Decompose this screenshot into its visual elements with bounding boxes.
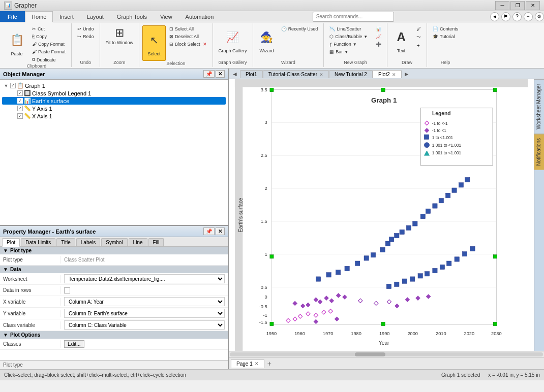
close-button[interactable]: ✕ xyxy=(526,1,540,10)
tab-fill[interactable]: Fill xyxy=(148,238,164,246)
class-bubble-button[interactable]: ⬡ Class/Bubble ▼ xyxy=(327,33,370,40)
tutorial-button[interactable]: 🎓 Tutorial xyxy=(430,33,461,40)
tree-item-graph1[interactable]: ▼ 📋 Graph 1 xyxy=(2,82,226,89)
tab-automation[interactable]: Automation xyxy=(179,11,221,22)
checkbox-graph1[interactable] xyxy=(10,83,16,88)
tab-plot[interactable]: Plot xyxy=(2,238,20,247)
section-toggle-data[interactable]: ▼ xyxy=(3,267,8,272)
svg-rect-80 xyxy=(426,209,430,213)
paste-button[interactable]: 📋 Paste xyxy=(5,25,28,61)
new-graph-icon3[interactable]: ➕ xyxy=(373,41,384,48)
tab-file[interactable]: File xyxy=(0,11,25,22)
checkbox-yaxis[interactable] xyxy=(17,106,23,111)
tab-home[interactable]: Home xyxy=(25,11,53,22)
help-flag-icon[interactable]: ⚑ xyxy=(501,12,510,21)
graph-canvas[interactable]: 3.5 3 2.5 2 1.5 1 0.5 0 -0.5 -1 -1.5 Ear… xyxy=(229,79,544,351)
draw-icon1[interactable]: 🖊 xyxy=(414,25,424,32)
contents-button[interactable]: 📄 Contents xyxy=(430,25,461,32)
property-manager-pin[interactable]: 📌 xyxy=(203,227,215,235)
class-variable-dropdown[interactable]: Column C: Class Variable xyxy=(64,320,225,330)
tab-tutorial-class[interactable]: Tutorial-Class-Scatter ✕ xyxy=(263,70,329,78)
redo-button[interactable]: ↪ Redo xyxy=(75,33,97,40)
tree-item-legend1[interactable]: 🔲 Class Symbol Legend 1 xyxy=(2,89,226,97)
svg-text:1980: 1980 xyxy=(351,331,361,336)
search-input[interactable] xyxy=(313,12,394,22)
restore-button[interactable]: ❐ xyxy=(510,1,525,10)
new-graph-icon1[interactable]: 📊 xyxy=(373,25,384,32)
notifications-tab[interactable]: Notifications xyxy=(534,134,544,170)
deselect-all-button[interactable]: ⊠ Deselect All xyxy=(167,33,209,40)
block-select-button[interactable]: ⊟ Block Select ✕ xyxy=(167,41,209,48)
scrollbar-horizontal[interactable] xyxy=(229,351,544,357)
graph-gallery-button[interactable]: 📈 Graph Gallery xyxy=(216,25,250,55)
copy-button[interactable]: ⎘ Copy xyxy=(29,33,68,40)
surface-icon: 📊 xyxy=(24,97,31,104)
checkbox-surface[interactable] xyxy=(17,98,23,104)
edit-classes-button[interactable]: Edit... xyxy=(64,340,84,348)
tab-new-tutorial2[interactable]: New Tutorial 2 xyxy=(329,70,373,78)
draw-icon3[interactable]: ✦ xyxy=(414,42,424,49)
paste-format-button[interactable]: 🖌 Paste Format xyxy=(29,48,68,55)
help-back-icon[interactable]: ◄ xyxy=(490,12,499,21)
data-rows-checkbox[interactable] xyxy=(64,287,70,293)
help-options-icon[interactable]: ⚙ xyxy=(535,12,544,21)
object-manager-pin[interactable]: 📌 xyxy=(203,70,215,78)
line-scatter-button[interactable]: 📉 Line/Scatter xyxy=(327,25,370,32)
tab-view[interactable]: View xyxy=(154,11,179,22)
y-variable-dropdown[interactable]: Column B: Earth's surface xyxy=(64,309,225,318)
help-minimize-ribbon-icon[interactable]: − xyxy=(524,12,533,21)
tab-data-limits[interactable]: Data Limits xyxy=(21,238,55,246)
tab-graph-tools[interactable]: Graph Tools xyxy=(110,11,154,22)
tab-symbol[interactable]: Symbol xyxy=(101,238,127,246)
tab-plot2[interactable]: Plot2 ✕ xyxy=(373,70,402,78)
window-controls[interactable]: ─ ❐ ✕ xyxy=(495,1,540,10)
tab-prev-icon[interactable]: ◄ xyxy=(230,70,240,79)
tab-next-icon[interactable]: ► xyxy=(402,70,412,79)
add-page-tab[interactable]: + xyxy=(265,360,274,368)
copy-format-button[interactable]: 🖌 Copy Format xyxy=(29,41,68,48)
x-variable-dropdown[interactable]: Column A: Year xyxy=(64,297,225,306)
prop-value-classes: Edit... xyxy=(61,339,228,349)
section-toggle-plot-type[interactable]: ▼ xyxy=(3,248,8,253)
close-tab-plot2[interactable]: ✕ xyxy=(392,72,396,77)
fit-to-window-button[interactable]: ⊞ Fit to Window xyxy=(103,25,136,47)
checkbox-legend1[interactable] xyxy=(17,90,23,96)
tab-title[interactable]: Title xyxy=(56,238,75,246)
tab-line[interactable]: Line xyxy=(129,238,147,246)
bar-button[interactable]: ▦ Bar ▼ xyxy=(327,48,370,55)
worksheet-manager-tab[interactable]: Worksheet Manager xyxy=(534,79,544,134)
tab-insert[interactable]: Insert xyxy=(53,11,80,22)
scrollbar-thumb[interactable] xyxy=(355,352,385,356)
tree-item-surface[interactable]: 📊 Earth's surface xyxy=(2,97,226,105)
object-manager-close[interactable]: ✕ xyxy=(216,70,225,78)
draw-icon2[interactable]: 〜 xyxy=(414,33,424,42)
tree-item-yaxis[interactable]: 📏 Y Axis 1 xyxy=(2,105,226,112)
close-page-tab-1[interactable]: ✕ xyxy=(255,361,259,366)
tab-layout[interactable]: Layout xyxy=(80,11,110,22)
worksheet-dropdown[interactable]: Temperature Data2.xlsx!temperature_fig..… xyxy=(64,274,225,283)
undo-button[interactable]: ↩ Undo xyxy=(75,25,97,32)
new-graph-icon2[interactable]: 📈 xyxy=(373,33,384,40)
expand-graph1[interactable]: ▼ xyxy=(3,83,9,88)
property-manager-close[interactable]: ✕ xyxy=(216,227,225,235)
svg-rect-66 xyxy=(326,273,331,277)
minimize-button[interactable]: ─ xyxy=(495,1,509,10)
wizard-button[interactable]: 🧙 Wizard xyxy=(256,25,278,55)
cut-button[interactable]: ✂ Cut xyxy=(29,25,68,32)
tree-item-xaxis[interactable]: 📏 X Axis 1 xyxy=(2,112,226,120)
function-button[interactable]: ƒ Function ▼ xyxy=(327,41,370,48)
recently-used-button[interactable]: 🕐 Recently Used xyxy=(279,25,321,32)
text-button[interactable]: A Text xyxy=(390,25,412,55)
fit-window-icon: ⊞ xyxy=(113,27,126,39)
select-button[interactable]: ↖ Select xyxy=(142,25,166,61)
page-tab-1[interactable]: Page 1 ✕ xyxy=(231,360,264,368)
app-icon[interactable]: 📊 xyxy=(4,2,12,10)
tab-plot1[interactable]: Plot1 xyxy=(240,70,263,78)
close-tab-tutorial-class[interactable]: ✕ xyxy=(319,72,323,77)
tab-labels[interactable]: Labels xyxy=(76,238,100,246)
help-question-icon[interactable]: ? xyxy=(512,12,522,21)
checkbox-xaxis[interactable] xyxy=(17,113,23,119)
section-toggle-plot-options[interactable]: ▼ xyxy=(3,332,8,338)
duplicate-button[interactable]: ⧉ Duplicate xyxy=(29,56,68,63)
select-all-button[interactable]: ⊡ Select All xyxy=(167,25,209,32)
